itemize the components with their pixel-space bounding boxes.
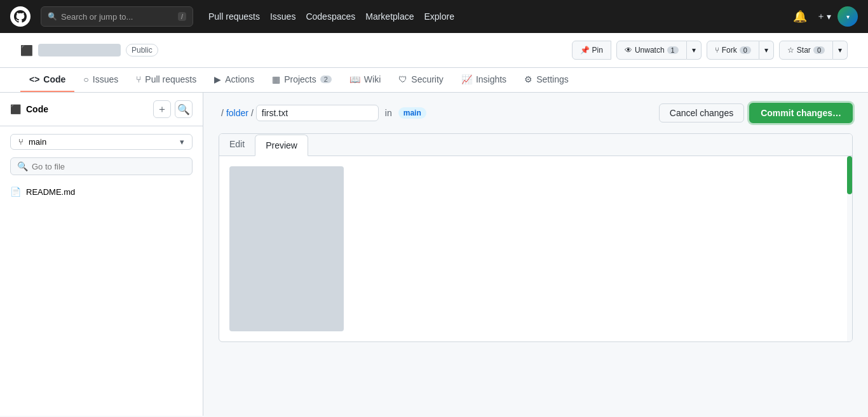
search-shortcut: / (178, 12, 186, 21)
notifications-button[interactable]: 🔔 (790, 6, 810, 27)
tab-security[interactable]: 🛡 Security (390, 68, 452, 92)
go-to-file-input[interactable] (32, 162, 186, 171)
file-name: README.md (26, 187, 75, 197)
tab-actions-label: Actions (225, 74, 254, 84)
scrollbar-track[interactable] (847, 156, 852, 341)
issues-icon: ○ (83, 74, 88, 84)
pin-group: 📌 Pin (572, 41, 611, 60)
tab-actions[interactable]: ▶ Actions (205, 68, 263, 92)
nav-codespaces[interactable]: Codespaces (306, 11, 355, 22)
sidebar-header: ⬛ Code ＋ 🔍 (0, 93, 203, 126)
pin-label: Pin (592, 46, 603, 55)
tab-preview-label: Preview (266, 140, 297, 150)
user-avatar[interactable]: ▾ (837, 6, 858, 27)
go-to-file[interactable]: 🔍 (10, 157, 193, 175)
tab-pull-requests[interactable]: ⑂ Pull requests (127, 68, 205, 92)
sidebar: ⬛ Code ＋ 🔍 ⑂ main ▾ 🔍 📄 README.md (0, 93, 203, 416)
avatar-indicator: ▾ (846, 13, 850, 20)
star-arrow[interactable]: ▾ (833, 41, 848, 60)
tab-insights[interactable]: 📈 Insights (452, 68, 515, 92)
editor-topbar: / folder / in main Cancel changes Commit… (219, 103, 853, 123)
insights-icon: 📈 (461, 74, 472, 84)
new-button[interactable]: ＋ ▾ (817, 11, 831, 22)
repo-header: ⬛ Public 📌 Pin 👁 Unwatch 1 ▾ ⑂ Fork 0 ▾ (0, 33, 868, 68)
commit-changes-button[interactable]: Commit changes… (749, 103, 853, 123)
repo-tabs: <> Code ○ Issues ⑂ Pull requests ▶ Actio… (0, 68, 868, 93)
nav-pull-requests[interactable]: Pull requests (208, 11, 260, 22)
topnav: 🔍 Search or jump to... / Pull requests I… (0, 0, 868, 33)
search-files-button[interactable]: 🔍 (175, 100, 193, 118)
tab-code[interactable]: <> Code (20, 68, 74, 92)
file-icon: 📄 (10, 187, 21, 197)
unwatch-arrow[interactable]: ▾ (687, 41, 702, 60)
tab-projects-label: Projects (284, 74, 316, 84)
tab-wiki-label: Wiki (364, 74, 381, 84)
nav-issues[interactable]: Issues (270, 11, 295, 22)
actions-icon: ▶ (214, 74, 221, 84)
editor-area: / folder / in main Cancel changes Commit… (203, 93, 868, 416)
pr-icon: ⑂ (136, 74, 141, 84)
unwatch-label: Unwatch (635, 46, 665, 55)
star-button[interactable]: ☆ Star 0 (779, 41, 833, 60)
plus-icon: ＋ (817, 11, 825, 22)
tab-preview[interactable]: Preview (255, 135, 308, 156)
tab-issues[interactable]: ○ Issues (74, 68, 127, 92)
repo-actions: 📌 Pin 👁 Unwatch 1 ▾ ⑂ Fork 0 ▾ ☆ Star (572, 41, 848, 60)
eye-icon: 👁 (625, 46, 632, 55)
branch-name: main (29, 137, 46, 147)
projects-badge: 2 (320, 76, 332, 83)
cancel-changes-button[interactable]: Cancel changes (659, 103, 744, 122)
sidebar-code-icon: ⬛ (10, 104, 21, 114)
tab-edit-label: Edit (229, 139, 245, 149)
filename-input[interactable] (256, 105, 379, 121)
branch-selector[interactable]: ⑂ main ▾ (10, 134, 193, 150)
fork-button[interactable]: ⑂ Fork 0 (707, 41, 759, 60)
star-group: ☆ Star 0 ▾ (779, 41, 848, 60)
editor-content[interactable] (219, 156, 852, 341)
editor-tabs: Edit Preview (219, 134, 852, 156)
tab-edit[interactable]: Edit (219, 134, 255, 156)
tab-wiki[interactable]: 📖 Wiki (341, 68, 390, 92)
repo-visibility-badge: Public (126, 44, 158, 56)
wiki-icon: 📖 (349, 74, 360, 84)
main-layout: ⬛ Code ＋ 🔍 ⑂ main ▾ 🔍 📄 README.md (0, 93, 868, 416)
pin-button[interactable]: 📌 Pin (572, 41, 611, 60)
search-icon: 🔍 (48, 12, 57, 21)
fork-arrow[interactable]: ▾ (759, 41, 774, 60)
editor-placeholder (229, 166, 344, 331)
scrollbar-thumb[interactable] (847, 156, 852, 194)
nav-marketplace[interactable]: Marketplace (365, 11, 414, 22)
star-label: Star (797, 46, 811, 55)
settings-icon: ⚙ (524, 74, 532, 84)
sidebar-title-text: Code (26, 104, 48, 114)
unwatch-group: 👁 Unwatch 1 ▾ (616, 41, 702, 60)
breadcrumb: / folder / in main (219, 105, 654, 121)
tab-code-label: Code (43, 74, 65, 84)
star-icon: ☆ (787, 46, 794, 55)
editor-actions: Cancel changes Commit changes… (659, 103, 853, 123)
tab-settings-label: Settings (536, 74, 569, 84)
tab-projects[interactable]: ▦ Projects 2 (263, 68, 341, 92)
search-placeholder: Search or jump to... (61, 12, 133, 22)
breadcrumb-folder[interactable]: folder (226, 108, 248, 118)
branch-chip: main (398, 107, 426, 119)
tab-pr-label: Pull requests (145, 74, 196, 84)
github-logo[interactable] (10, 6, 31, 27)
breadcrumb-sep1: / (221, 108, 224, 118)
add-file-button[interactable]: ＋ (153, 100, 171, 118)
repo-title-row: ⬛ Public (20, 44, 158, 56)
star-count: 0 (813, 46, 825, 54)
unwatch-count: 1 (667, 46, 679, 54)
fork-count: 0 (740, 46, 751, 54)
tab-security-label: Security (411, 74, 444, 84)
unwatch-button[interactable]: 👁 Unwatch 1 (616, 41, 687, 60)
code-editor: Edit Preview (219, 133, 853, 342)
repo-icon: ⬛ (20, 44, 33, 56)
projects-icon: ▦ (272, 74, 280, 84)
nav-explore[interactable]: Explore (424, 11, 454, 22)
tab-insights-label: Insights (476, 74, 506, 84)
list-item[interactable]: 📄 README.md (0, 183, 203, 201)
tab-settings[interactable]: ⚙ Settings (515, 68, 578, 92)
search-bar[interactable]: 🔍 Search or jump to... / (41, 6, 193, 27)
breadcrumb-sep2: / (251, 108, 254, 118)
